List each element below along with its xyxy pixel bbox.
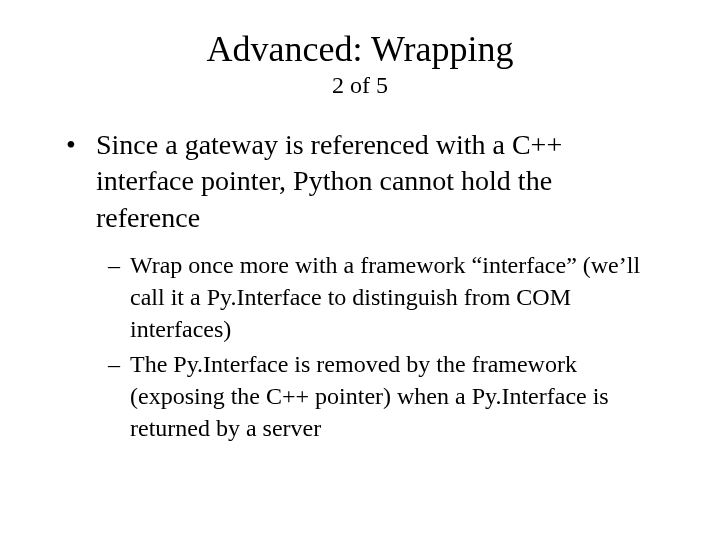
dash-icon: –: [108, 250, 130, 282]
slide: Advanced: Wrapping 2 of 5 • Since a gate…: [0, 0, 720, 468]
sub-bullet: – The Py.Interface is removed by the fra…: [108, 349, 660, 444]
slide-subtitle: 2 of 5: [60, 72, 660, 99]
sub-bullet-text: Wrap once more with a framework “interfa…: [130, 250, 660, 345]
bullet-dot-icon: •: [60, 127, 96, 163]
slide-title: Advanced: Wrapping: [60, 28, 660, 70]
sub-bullet: – Wrap once more with a framework “inter…: [108, 250, 660, 345]
sub-bullet-list: – Wrap once more with a framework “inter…: [60, 250, 660, 444]
sub-bullet-text: The Py.Interface is removed by the frame…: [130, 349, 660, 444]
dash-icon: –: [108, 349, 130, 381]
main-bullet: • Since a gateway is referenced with a C…: [60, 127, 660, 236]
main-bullet-text: Since a gateway is referenced with a C++…: [96, 127, 660, 236]
